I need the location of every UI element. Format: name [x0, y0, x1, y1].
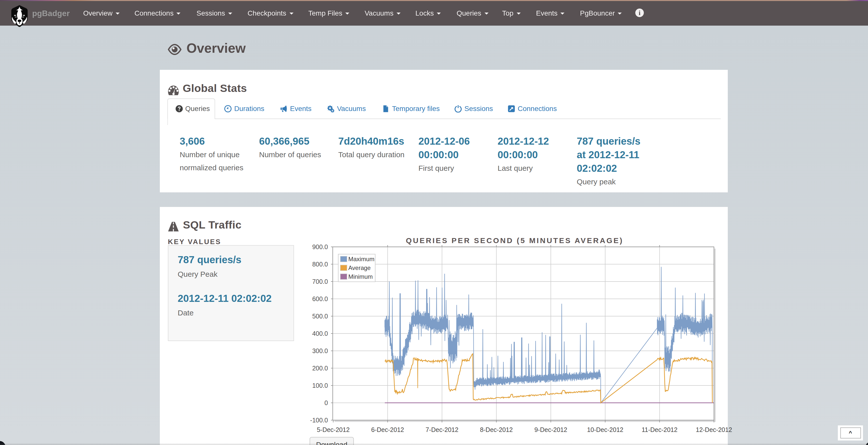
svg-text:200.0: 200.0: [312, 365, 328, 372]
svg-text:7-Dec-2012: 7-Dec-2012: [426, 426, 458, 433]
svg-text:-100.0: -100.0: [310, 417, 328, 424]
svg-text:300.0: 300.0: [312, 347, 328, 354]
svg-text:Average: Average: [348, 265, 371, 271]
svg-text:800.0: 800.0: [312, 261, 328, 268]
svg-text:500.0: 500.0: [312, 313, 328, 320]
svg-text:600.0: 600.0: [312, 295, 328, 302]
svg-text:100.0: 100.0: [312, 382, 328, 389]
svg-text:700.0: 700.0: [312, 278, 328, 285]
svg-text:12-Dec-2012: 12-Dec-2012: [696, 426, 732, 433]
svg-text:Minimum: Minimum: [348, 273, 373, 280]
svg-text:11-Dec-2012: 11-Dec-2012: [642, 426, 678, 433]
svg-text:9-Dec-2012: 9-Dec-2012: [534, 426, 567, 433]
svg-text:400.0: 400.0: [312, 330, 328, 337]
svg-text:Maximum: Maximum: [348, 255, 374, 263]
svg-text:6-Dec-2012: 6-Dec-2012: [371, 426, 404, 433]
svg-text:5-Dec-2012: 5-Dec-2012: [317, 426, 350, 433]
svg-text:10-Dec-2012: 10-Dec-2012: [587, 426, 623, 433]
svg-text:QUERIES PER SECOND (5 MINUTES: QUERIES PER SECOND (5 MINUTES AVERAGE): [406, 236, 623, 245]
svg-text:8-Dec-2012: 8-Dec-2012: [480, 426, 513, 433]
svg-text:0: 0: [324, 399, 328, 406]
svg-text:900.0: 900.0: [312, 243, 328, 250]
